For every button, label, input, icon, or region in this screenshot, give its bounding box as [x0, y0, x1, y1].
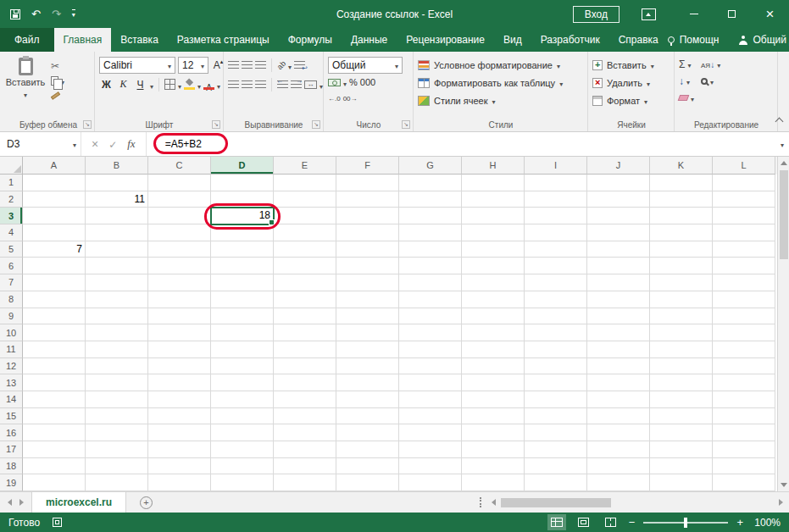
cell-B8[interactable]: [86, 291, 148, 308]
cancel-entry-icon[interactable]: [92, 136, 98, 152]
cell-H17[interactable]: [462, 441, 525, 458]
cell-J13[interactable]: [587, 374, 650, 391]
column-header-D[interactable]: D: [211, 157, 274, 175]
cell-H19[interactable]: [462, 474, 525, 491]
cell-G6[interactable]: [399, 258, 462, 274]
cell-D11[interactable]: [211, 341, 274, 358]
formula-input[interactable]: =A5+B2: [147, 132, 789, 156]
cell-E10[interactable]: [274, 324, 336, 341]
cell-K17[interactable]: [650, 441, 713, 458]
cell-I2[interactable]: [525, 191, 587, 208]
cell-A6[interactable]: [23, 258, 86, 274]
cell-G9[interactable]: [399, 308, 462, 325]
row-header-10[interactable]: 10: [0, 324, 23, 341]
dialog-launcher-icon[interactable]: [312, 120, 320, 129]
cell-C12[interactable]: [148, 358, 211, 375]
cell-A17[interactable]: [23, 441, 86, 458]
cell-J8[interactable]: [587, 291, 650, 308]
insert-cells-button[interactable]: Вставить: [592, 56, 670, 74]
cell-A9[interactable]: [23, 308, 86, 325]
horizontal-scroll-thumb[interactable]: [501, 498, 611, 507]
autosum-button[interactable]: Σ: [679, 57, 694, 71]
cell-J10[interactable]: [587, 324, 650, 341]
cell-G4[interactable]: [399, 224, 462, 241]
cell-A11[interactable]: [23, 341, 86, 358]
cell-D10[interactable]: [211, 324, 274, 341]
cell-B7[interactable]: [86, 274, 148, 291]
cell-I5[interactable]: [525, 241, 587, 258]
decrease-decimal-icon[interactable]: [343, 89, 358, 104]
cell-L17[interactable]: [713, 441, 775, 458]
row-header-7[interactable]: 7: [0, 274, 23, 291]
cell-F14[interactable]: [336, 391, 399, 408]
delete-cells-button[interactable]: Удалить: [592, 74, 670, 91]
fill-button[interactable]: [679, 74, 694, 88]
cell-E8[interactable]: [274, 291, 336, 308]
cell-B3[interactable]: [86, 208, 148, 224]
cell-K11[interactable]: [650, 341, 713, 358]
cell-G7[interactable]: [399, 274, 462, 291]
cell-J5[interactable]: [587, 241, 650, 258]
cell-E11[interactable]: [274, 341, 336, 358]
cell-K13[interactable]: [650, 374, 713, 391]
cell-E6[interactable]: [274, 258, 336, 274]
cell-C9[interactable]: [148, 308, 211, 325]
undo-icon[interactable]: [31, 8, 41, 20]
vertical-scroll-thumb[interactable]: [780, 170, 788, 259]
cell-G2[interactable]: [399, 191, 462, 208]
scroll-up-button[interactable]: [778, 157, 789, 169]
cell-I9[interactable]: [525, 308, 587, 325]
cell-G3[interactable]: [399, 208, 462, 224]
cell-J4[interactable]: [587, 224, 650, 241]
cell-E13[interactable]: [274, 374, 336, 391]
ribbon-tab[interactable]: Разметка страницы: [168, 28, 279, 52]
cell-K19[interactable]: [650, 474, 713, 491]
cell-F1[interactable]: [336, 175, 399, 191]
row-header-13[interactable]: 13: [0, 374, 23, 391]
cell-F10[interactable]: [336, 324, 399, 341]
cell-D14[interactable]: [211, 391, 274, 408]
cell-C16[interactable]: [148, 424, 211, 441]
cell-A12[interactable]: [23, 358, 86, 375]
cell-D13[interactable]: [211, 374, 274, 391]
cell-L10[interactable]: [713, 324, 775, 341]
cell-L14[interactable]: [713, 391, 775, 408]
cell-B11[interactable]: [86, 341, 148, 358]
zoom-slider[interactable]: [643, 522, 728, 524]
orientation-icon[interactable]: [275, 58, 287, 70]
row-header-3[interactable]: 3: [0, 208, 23, 224]
merge-center-icon[interactable]: [304, 80, 317, 89]
cell-B15[interactable]: [86, 408, 148, 425]
cell-C4[interactable]: [148, 224, 211, 241]
align-center-icon[interactable]: [242, 80, 253, 88]
cell-C11[interactable]: [148, 341, 211, 358]
cell-B17[interactable]: [86, 441, 148, 458]
cell-L3[interactable]: [713, 208, 775, 224]
cell-K4[interactable]: [650, 224, 713, 241]
cell-D8[interactable]: [211, 291, 274, 308]
cell-E5[interactable]: [274, 241, 336, 258]
ribbon-tab[interactable]: Формулы: [279, 28, 342, 52]
cell-C14[interactable]: [148, 391, 211, 408]
cell-D5[interactable]: [211, 241, 274, 258]
column-header-G[interactable]: G: [399, 157, 462, 175]
cell-J17[interactable]: [587, 441, 650, 458]
cell-K14[interactable]: [650, 391, 713, 408]
cell-E4[interactable]: [274, 224, 336, 241]
align-top-icon[interactable]: [228, 61, 239, 69]
cell-I10[interactable]: [525, 324, 587, 341]
ribbon-tab[interactable]: Рецензирование: [397, 28, 494, 52]
align-middle-icon[interactable]: [242, 61, 253, 69]
cell-E19[interactable]: [274, 474, 336, 491]
cell-F7[interactable]: [336, 274, 399, 291]
font-name-select[interactable]: Calibri: [99, 57, 175, 74]
cell-L13[interactable]: [713, 374, 775, 391]
cell-L12[interactable]: [713, 358, 775, 375]
cell-I11[interactable]: [525, 341, 587, 358]
cell-E7[interactable]: [274, 274, 336, 291]
cell-F19[interactable]: [336, 474, 399, 491]
find-select-button[interactable]: [701, 74, 720, 88]
cell-J2[interactable]: [587, 191, 650, 208]
row-header-12[interactable]: 12: [0, 358, 23, 375]
column-header-C[interactable]: C: [148, 157, 211, 175]
